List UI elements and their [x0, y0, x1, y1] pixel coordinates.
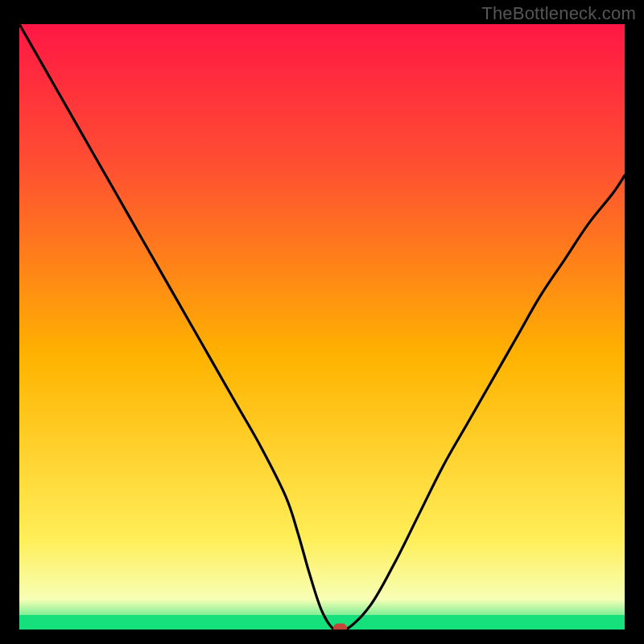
chart-frame: TheBottleneck.com — [0, 0, 644, 644]
gradient-background — [19, 24, 625, 630]
chart-svg — [19, 24, 625, 630]
plot-area — [19, 24, 625, 630]
watermark-text: TheBottleneck.com — [481, 3, 636, 24]
optimum-marker — [334, 624, 347, 630]
band-green — [19, 615, 625, 630]
